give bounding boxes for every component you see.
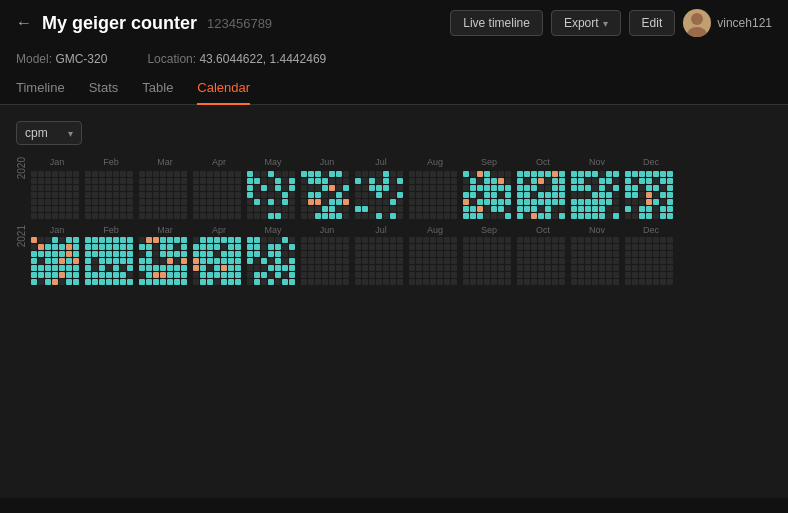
unit-select[interactable]: cpm ▾ — [16, 121, 82, 145]
svg-point-1 — [687, 27, 707, 37]
page-title: My geiger counter — [42, 13, 197, 34]
tab-calendar[interactable]: Calendar — [197, 72, 250, 105]
header: ← My geiger counter 123456789 Live timel… — [0, 0, 788, 46]
chevron-down-icon: ▾ — [603, 18, 608, 29]
tab-table[interactable]: Table — [142, 72, 173, 105]
live-timeline-button[interactable]: Live timeline — [450, 10, 543, 36]
calendar-view: 2020 JanFebMarAprMayJunJulAugSepOctNovDe… — [16, 157, 772, 285]
location-value: 43.6044622, 1.4442469 — [199, 52, 326, 66]
svg-point-0 — [691, 13, 703, 25]
device-id: 123456789 — [207, 16, 272, 31]
user-avatar-wrap[interactable]: vinceh121 — [683, 9, 772, 37]
username: vinceh121 — [717, 16, 772, 30]
chevron-down-icon: ▾ — [68, 128, 73, 139]
unit-value: cpm — [25, 126, 48, 140]
main-content: cpm ▾ 2020 JanFebMarAprMayJunJulAugSepOc… — [0, 105, 788, 498]
location-info: Location: 43.6044622, 1.4442469 — [147, 52, 326, 66]
model-info: Model: GMC-320 — [16, 52, 107, 66]
tab-stats[interactable]: Stats — [89, 72, 119, 105]
tabs: Timeline Stats Table Calendar — [0, 72, 788, 105]
year-2020-label: 2020 — [16, 157, 27, 209]
model-value: GMC-320 — [55, 52, 107, 66]
edit-button[interactable]: Edit — [629, 10, 676, 36]
avatar — [683, 9, 711, 37]
year-2021-label: 2021 — [16, 225, 27, 277]
back-button[interactable]: ← — [16, 14, 32, 32]
header-actions: Live timeline Export ▾ Edit vinceh121 — [450, 9, 772, 37]
export-button[interactable]: Export ▾ — [551, 10, 621, 36]
subheader: Model: GMC-320 Location: 43.6044622, 1.4… — [0, 46, 788, 72]
tab-timeline[interactable]: Timeline — [16, 72, 65, 105]
